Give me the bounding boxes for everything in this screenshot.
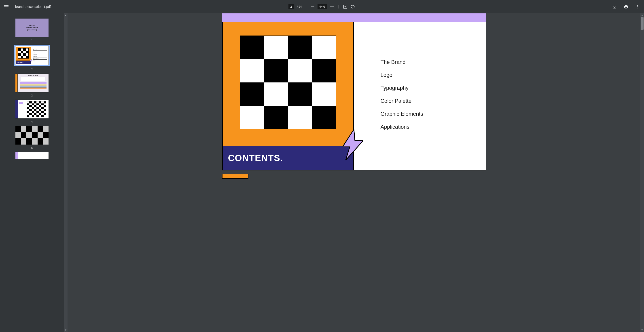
svg-rect-2: [4, 8, 8, 8]
checkerboard-graphic: [240, 35, 336, 129]
menu-icon[interactable]: [4, 4, 9, 9]
contents-title-bar: CONTENTS.: [222, 146, 354, 170]
rotate-button[interactable]: [350, 4, 356, 9]
lightning-bolt-icon: [342, 129, 363, 160]
print-button[interactable]: [624, 4, 629, 9]
svg-rect-0: [4, 5, 8, 5]
page-total-label: / 24: [296, 5, 302, 8]
toc-item: Color Palette: [380, 94, 466, 107]
thumbnail-number: 2: [31, 68, 33, 71]
scroll-down-arrow-icon[interactable]: ▼: [640, 328, 644, 332]
file-name: brand-presentation-1.pdf: [15, 5, 51, 8]
thumbnail-sidebar: BRANDPRESENTATION NAME OF THE BRAND 1: [0, 13, 68, 332]
toc-item: Graphic Elements: [380, 107, 466, 120]
svg-point-7: [637, 5, 638, 5]
svg-point-9: [637, 7, 638, 8]
scrollbar-handle[interactable]: [641, 17, 644, 30]
scroll-up-arrow-icon[interactable]: ▲: [640, 13, 644, 17]
svg-point-8: [637, 6, 638, 7]
download-button[interactable]: [612, 4, 617, 9]
previous-page-peek: [222, 13, 486, 22]
table-of-contents: The Brand Logo Typography Color Palette …: [354, 22, 486, 170]
zoom-out-button[interactable]: [310, 4, 315, 9]
contents-title: CONTENTS.: [228, 153, 283, 163]
scroll-down-arrow-icon[interactable]: ▼: [64, 328, 68, 332]
page-canvas[interactable]: CONTENTS. The Brand Logo Typography Colo…: [222, 22, 486, 170]
pdf-toolbar: brand-presentation-1.pdf / 24 | 44% |: [0, 0, 644, 13]
thumb3-title: NAME OF THE BRAND: [28, 75, 38, 76]
toc-item: The Brand: [380, 55, 466, 68]
toc-item: Applications: [380, 120, 466, 133]
svg-marker-11: [342, 129, 363, 160]
toc-item: Logo: [380, 68, 466, 81]
zoom-level[interactable]: 44%: [318, 4, 327, 9]
svg-rect-5: [332, 5, 332, 8]
sidebar-scrollbar[interactable]: ▲ ▼: [64, 13, 68, 332]
svg-marker-10: [30, 59, 32, 62]
toc-item: Typography: [380, 81, 466, 94]
thumbnail-number: 4: [31, 120, 33, 123]
thumbnail-page-6[interactable]: [16, 152, 48, 159]
thumb1-subtitle: NAME OF THE BRAND: [27, 29, 37, 31]
thumbnail-page-4[interactable]: [16, 100, 48, 118]
thumbnail-number: 3: [31, 94, 33, 97]
zoom-in-button[interactable]: [329, 4, 334, 9]
thumb1-title-line2: PRESENTATION: [26, 26, 38, 28]
toolbar-separator: |: [337, 5, 340, 9]
page-viewer: CONTENTS. The Brand Logo Typography Colo…: [68, 13, 644, 332]
svg-rect-1: [4, 6, 8, 7]
thumbnail-page-1[interactable]: BRANDPRESENTATION NAME OF THE BRAND: [16, 18, 48, 37]
toolbar-separator: |: [304, 5, 308, 9]
thumb1-title-line1: BRAND: [29, 25, 35, 26]
svg-rect-3: [311, 6, 314, 7]
lightning-bolt-icon: [30, 59, 32, 62]
thumb2-title: CONTENTS.: [17, 62, 24, 63]
thumbnail-number: 5: [31, 146, 33, 149]
scroll-up-arrow-icon[interactable]: ▲: [64, 13, 68, 17]
more-options-button[interactable]: [635, 4, 640, 9]
thumbnail-page-2[interactable]: CONTENTS. The BrandLogoTypographyColor P…: [14, 45, 50, 66]
page-number-input[interactable]: [288, 4, 294, 9]
thumbnail-page-5[interactable]: [16, 126, 48, 145]
fit-page-button[interactable]: [342, 4, 348, 9]
thumbnail-page-3[interactable]: NAME OF THE BRAND: [16, 74, 48, 92]
workspace: BRANDPRESENTATION NAME OF THE BRAND 1: [0, 13, 644, 332]
viewer-scrollbar[interactable]: ▲ ▼: [640, 13, 644, 332]
thumbnail-number: 1: [31, 39, 33, 42]
next-page-peek: [222, 174, 486, 179]
